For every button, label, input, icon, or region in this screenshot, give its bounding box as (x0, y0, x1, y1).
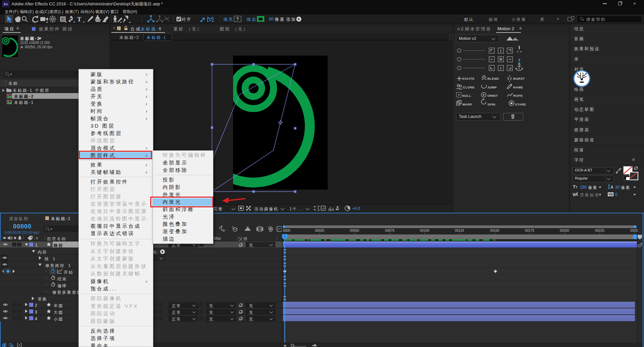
svg-text:T: T (77, 16, 82, 23)
svg-text:ROPE: ROPE (513, 94, 523, 97)
svg-text:ORBIT: ORBIT (487, 94, 498, 97)
svg-text:?: ? (236, 16, 239, 22)
svg-text:WARP: WARP (462, 102, 472, 106)
svg-text:EXCITE: EXCITE (462, 77, 475, 80)
svg-text:BLEND: BLEND (487, 77, 499, 80)
svg-text:VA: VA (608, 192, 613, 196)
svg-text:BURST: BURST (513, 77, 525, 80)
svg-text:NULL: NULL (462, 94, 471, 97)
svg-text:NAME: NAME (513, 85, 523, 89)
svg-text:CLONE: CLONE (463, 85, 475, 89)
svg-text:SPIN: SPIN (487, 102, 495, 106)
svg-text:A: A (610, 185, 613, 189)
svg-text:STARE: STARE (515, 102, 526, 106)
svg-text:JUMP: JUMP (487, 85, 497, 89)
